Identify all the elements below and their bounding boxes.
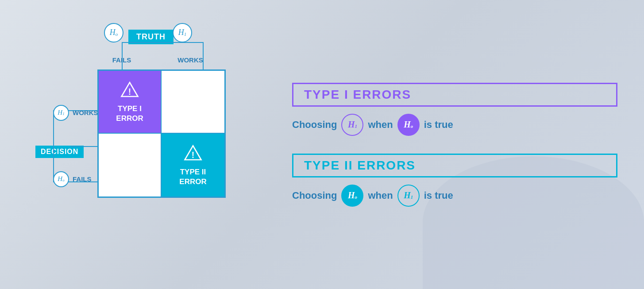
type2-h0-sub: o [355, 194, 357, 200]
explanation-section: TYPE I ERRORS Choosing H1 when Ho is tru… [257, 83, 617, 207]
type2-h0-sym: H [348, 190, 355, 200]
type2-h0-circle: Ho [341, 185, 363, 207]
type2-h1-circle: H1 [397, 185, 420, 207]
h0-circle-left: Ho [53, 171, 69, 187]
h1-top-circle: H1 [173, 23, 192, 42]
error-grid: ! TYPE IERROR ! TYPE IIERROR [97, 69, 226, 198]
warning-icon-type1: ! [120, 80, 139, 100]
type2-h1-sym: H [404, 190, 411, 200]
type1-title-box: TYPE I ERRORS [292, 83, 617, 107]
warning-icon-type2: ! [183, 143, 203, 163]
h0-sub-top: o [116, 31, 118, 37]
h1-works-left: H1 WORKS [53, 105, 98, 121]
type1-h1-sym: H [348, 119, 355, 130]
type1-is-true: is true [424, 119, 453, 131]
truth-line-h-right [164, 42, 204, 43]
truth-line-h-left [122, 42, 164, 43]
h1-sub-left: 1 [62, 112, 65, 116]
type1-h0-sym: H [404, 119, 411, 130]
empty-cell-tr [162, 71, 224, 134]
type2-choosing: Choosing [292, 190, 337, 201]
diagram-section: TRUTH Ho H1 FAILS WORKS DECISION [27, 21, 257, 269]
type1-error-block: TYPE I ERRORS Choosing H1 when Ho is tru… [292, 83, 617, 136]
type2-error-cell: ! TYPE IIERROR [162, 134, 224, 197]
h1-symbol-left: H [58, 109, 62, 116]
h0-top-circle: Ho [104, 23, 123, 42]
type1-choosing: Choosing [292, 119, 337, 131]
fails-label-top: FAILS [104, 56, 139, 64]
empty-cell-bl [99, 134, 162, 197]
decision-h-line [71, 146, 97, 147]
h1-circle-left: H1 [53, 105, 69, 121]
type1-h1-circle: H1 [341, 114, 363, 136]
type2-is-true: is true [424, 190, 453, 201]
works-label-top: WORKS [173, 56, 208, 64]
h1-symbol-top: H [178, 28, 184, 37]
decision-label: DECISION [35, 146, 84, 158]
type1-h0-sub: o [411, 123, 413, 129]
type2-error-block: TYPE II ERRORS Choosing Ho when H1 is tr… [292, 154, 617, 207]
type2-h1-sub: 1 [411, 194, 413, 200]
main-container: TRUTH Ho H1 FAILS WORKS DECISION [0, 8, 644, 282]
svg-text:!: ! [128, 87, 131, 97]
type1-h0-circle: Ho [397, 114, 420, 136]
h0-sub-left: o [62, 178, 65, 182]
type1-error-cell: ! TYPE IERROR [99, 71, 162, 134]
h0-symbol-top: H [110, 28, 116, 37]
h1-sub-top: 1 [184, 31, 187, 37]
type2-error-label: TYPE IIERROR [179, 167, 206, 186]
type1-error-label: TYPE IERROR [116, 104, 143, 123]
type1-desc: Choosing H1 when Ho is true [292, 114, 617, 136]
works-label-left: WORKS [73, 109, 98, 116]
h0-symbol-left: H [58, 175, 62, 183]
type1-when: when [368, 119, 393, 131]
type2-title-box: TYPE II ERRORS [292, 154, 617, 177]
type2-desc: Choosing Ho when H1 is true [292, 185, 617, 207]
svg-text:!: ! [192, 150, 194, 160]
h1-circle-top: H1 [173, 23, 192, 42]
h0-circle-top: Ho [104, 23, 123, 42]
type1-h1-sub: 1 [355, 123, 357, 129]
fails-label-left: FAILS [73, 175, 92, 183]
h0-fails-left: Ho FAILS [53, 171, 92, 187]
type2-when: when [368, 190, 393, 201]
